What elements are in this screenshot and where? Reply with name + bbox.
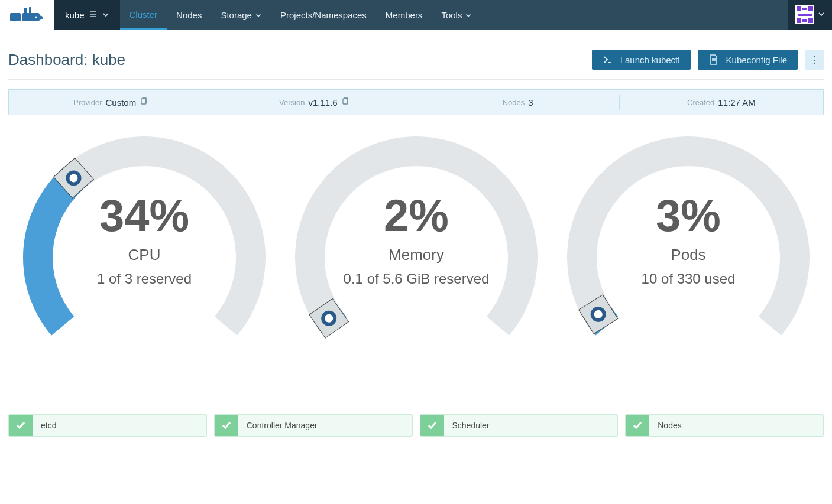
more-actions-button[interactable]: ⋮: [805, 50, 824, 70]
svg-rect-11: [802, 8, 807, 10]
top-nav: kube Cluster Nodes Storage Projects/Name…: [0, 0, 832, 30]
svg-point-4: [35, 16, 37, 18]
launch-kubectl-button[interactable]: Launch kubectl: [592, 50, 691, 70]
svg-rect-15: [802, 19, 807, 22]
kebab-icon: ⋮: [809, 53, 820, 66]
svg-rect-13: [797, 18, 801, 23]
gauge-memory: 2%Memory0.1 of 5.6 GiB reserved: [280, 136, 552, 349]
component-etcd[interactable]: etcd: [8, 414, 207, 437]
svg-rect-19: [141, 99, 146, 104]
chevron-down-icon: [818, 9, 825, 20]
cluster-info-bar: Provider Custom Version v1.11.6 Nodes 3 …: [8, 89, 824, 115]
component-controller-manager[interactable]: Controller Manager: [214, 414, 413, 437]
components-row: etcd Controller Manager Scheduler Nodes: [0, 414, 832, 437]
nav-cluster[interactable]: Cluster: [120, 0, 167, 30]
nav-projects[interactable]: Projects/Namespaces: [271, 0, 376, 30]
copy-icon[interactable]: [341, 97, 349, 108]
svg-rect-0: [10, 13, 21, 21]
svg-text:Memory: Memory: [389, 246, 444, 264]
svg-text:2%: 2%: [384, 190, 449, 240]
page-title: Dashboard: kube: [8, 51, 125, 69]
user-menu[interactable]: [788, 0, 832, 30]
info-nodes: Nodes 3: [416, 90, 620, 115]
gauges-row: 34%CPU1 of 3 reserved 2%Memory0.1 of 5.6…: [8, 136, 824, 349]
check-icon: [626, 415, 649, 436]
chevron-down-icon: [465, 10, 471, 20]
svg-rect-14: [808, 18, 813, 23]
svg-text:0.1 of 5.6 GiB reserved: 0.1 of 5.6 GiB reserved: [344, 271, 490, 287]
avatar-icon: [795, 5, 814, 24]
kubeconfig-button[interactable]: Kubeconfig File: [698, 50, 798, 70]
chevron-down-icon: [102, 10, 109, 20]
svg-rect-12: [798, 14, 812, 16]
page-header: Dashboard: kube Launch kubectl Kubeconfi…: [8, 38, 824, 80]
terminal-icon: [603, 54, 613, 65]
svg-rect-10: [808, 6, 813, 11]
file-icon: [708, 54, 719, 65]
nav-members[interactable]: Members: [376, 0, 432, 30]
gauge-cpu: 34%CPU1 of 3 reserved: [8, 136, 280, 349]
nav-nodes[interactable]: Nodes: [167, 0, 211, 30]
nav-tools[interactable]: Tools: [432, 0, 481, 30]
info-created: Created 11:27 AM: [620, 90, 823, 115]
cluster-selector[interactable]: kube: [54, 0, 120, 30]
check-icon: [9, 415, 33, 436]
svg-rect-3: [29, 7, 31, 14]
svg-text:34%: 34%: [99, 190, 189, 240]
svg-text:1 of 3 reserved: 1 of 3 reserved: [97, 271, 192, 287]
check-icon: [420, 415, 444, 436]
nav-storage[interactable]: Storage: [211, 0, 271, 30]
svg-rect-20: [343, 99, 348, 104]
svg-text:10 of 330 used: 10 of 330 used: [642, 271, 736, 287]
check-icon: [215, 415, 238, 436]
component-scheduler[interactable]: Scheduler: [420, 414, 619, 437]
chevron-down-icon: [255, 10, 261, 20]
page-actions: Launch kubectl Kubeconfig File ⋮: [592, 50, 824, 70]
rancher-logo[interactable]: [0, 0, 54, 30]
svg-rect-9: [797, 6, 801, 11]
list-icon: [89, 10, 98, 20]
info-provider: Provider Custom: [9, 90, 212, 115]
copy-icon[interactable]: [140, 97, 148, 108]
svg-text:CPU: CPU: [128, 246, 161, 264]
svg-text:Pods: Pods: [671, 246, 705, 264]
cluster-name: kube: [65, 10, 85, 20]
info-version: Version v1.11.6: [212, 90, 416, 115]
gauge-pods: 3%Pods10 of 330 used: [552, 136, 824, 349]
component-nodes[interactable]: Nodes: [625, 414, 824, 437]
svg-rect-2: [24, 8, 27, 14]
svg-text:3%: 3%: [656, 190, 721, 240]
